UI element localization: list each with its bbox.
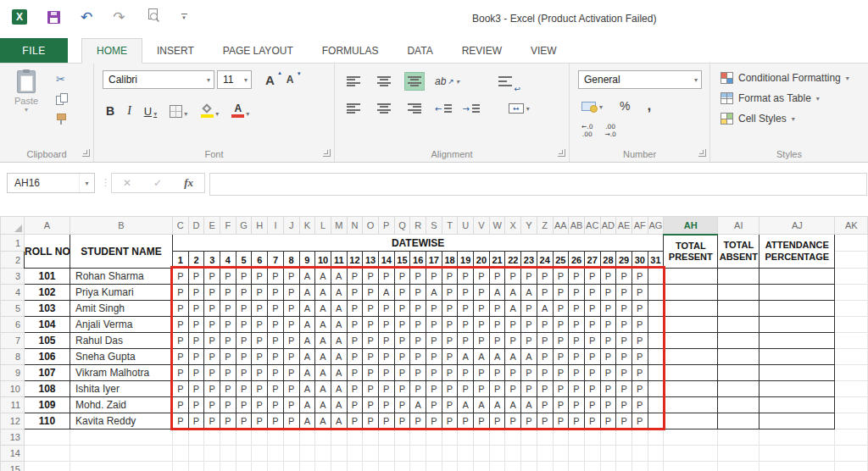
cell-V11[interactable]: A	[474, 397, 490, 413]
column-header-AC[interactable]: AC	[584, 217, 600, 235]
cell-U2[interactable]: 19	[458, 252, 474, 269]
cell-J2[interactable]: 8	[283, 252, 299, 269]
cell-J15[interactable]	[283, 462, 299, 471]
cell-AI3[interactable]	[718, 269, 760, 285]
cell-F5[interactable]: P	[220, 301, 236, 317]
cell-W4[interactable]: A	[489, 285, 505, 301]
cell-H4[interactable]: P	[252, 285, 268, 301]
cell-A7[interactable]: 105	[25, 333, 70, 349]
cell-P3[interactable]: P	[378, 269, 394, 285]
cell-J13[interactable]	[283, 429, 299, 446]
cell-E11[interactable]: P	[204, 397, 220, 413]
cell-L7[interactable]: A	[315, 333, 331, 349]
row-header-12[interactable]: 12	[1, 413, 25, 429]
cell-U10[interactable]: P	[458, 381, 474, 397]
cell-T10[interactable]: P	[442, 381, 458, 397]
cell-M9[interactable]: A	[331, 365, 347, 381]
cell-Q7[interactable]: P	[394, 333, 410, 349]
column-header-G[interactable]: G	[236, 217, 252, 235]
cell-C11[interactable]: P	[173, 397, 189, 413]
cell-D14[interactable]	[188, 446, 204, 462]
align-left-button[interactable]	[343, 99, 364, 118]
cell-AE10[interactable]: P	[616, 381, 632, 397]
cell-G5[interactable]: P	[236, 301, 252, 317]
cell-X10[interactable]: P	[505, 381, 521, 397]
cell-E7[interactable]: P	[204, 333, 220, 349]
cell-D15[interactable]	[188, 462, 204, 471]
column-header-Z[interactable]: Z	[537, 217, 553, 235]
cell-AB14[interactable]	[569, 446, 585, 462]
cell-AE2[interactable]: 29	[616, 252, 632, 269]
tab-data[interactable]: DATA	[392, 38, 447, 63]
cell-E3[interactable]: P	[204, 269, 220, 285]
cell-S4[interactable]: A	[426, 285, 442, 301]
cell-G2[interactable]: 5	[236, 252, 252, 269]
cell-S12[interactable]: P	[426, 413, 442, 429]
cell-AH14[interactable]	[664, 446, 718, 462]
cell-G8[interactable]: P	[236, 349, 252, 365]
cell-AB11[interactable]: P	[569, 397, 585, 413]
cell-P5[interactable]: P	[378, 301, 394, 317]
cell-J9[interactable]: P	[283, 365, 299, 381]
cell-AA13[interactable]	[553, 429, 569, 446]
cell-AA10[interactable]: P	[553, 381, 569, 397]
cell-C14[interactable]	[173, 446, 189, 462]
cell-U7[interactable]: P	[458, 333, 474, 349]
bottom-align-button[interactable]	[404, 72, 425, 91]
cell-U13[interactable]	[458, 429, 474, 446]
cell-AD10[interactable]: P	[600, 381, 616, 397]
cell-U12[interactable]: P	[458, 413, 474, 429]
cell-I13[interactable]	[268, 429, 284, 446]
cell-Y12[interactable]: P	[521, 413, 537, 429]
cell-X14[interactable]	[505, 446, 521, 462]
cell-L14[interactable]	[315, 446, 331, 462]
column-header-X[interactable]: X	[505, 217, 521, 235]
column-header-L[interactable]: L	[315, 217, 331, 235]
cell-AF4[interactable]: P	[632, 285, 648, 301]
cell-O12[interactable]: P	[363, 413, 379, 429]
cell-AF10[interactable]: P	[632, 381, 648, 397]
cell-Z12[interactable]: P	[537, 413, 553, 429]
cell-AK11[interactable]	[835, 397, 868, 413]
cell-V5[interactable]: P	[474, 301, 490, 317]
cell-S11[interactable]: P	[426, 397, 442, 413]
cell-C7[interactable]: P	[173, 333, 189, 349]
cell-D13[interactable]	[188, 429, 204, 446]
cell-X5[interactable]: A	[505, 301, 521, 317]
cell-AJ3[interactable]	[760, 269, 835, 285]
cell-H7[interactable]: P	[252, 333, 268, 349]
cell-Y6[interactable]: P	[521, 317, 537, 333]
cell-N11[interactable]: P	[347, 397, 363, 413]
grow-font-button[interactable]: A▴	[265, 73, 275, 87]
cell-AB8[interactable]: P	[569, 349, 585, 365]
cell-O4[interactable]: P	[363, 285, 379, 301]
cell-N15[interactable]	[347, 462, 363, 471]
cell-AB4[interactable]: P	[569, 285, 585, 301]
cell-AB2[interactable]: 26	[569, 252, 585, 269]
cell-B10[interactable]: Ishita Iyer	[70, 381, 173, 397]
cell-P7[interactable]: P	[378, 333, 394, 349]
cell-AJ7[interactable]	[760, 333, 835, 349]
cell-M11[interactable]: A	[331, 397, 347, 413]
cell-E5[interactable]: P	[204, 301, 220, 317]
cell-Q15[interactable]	[394, 462, 410, 471]
cell-AF2[interactable]: 30	[632, 252, 648, 269]
cell-Q13[interactable]	[394, 429, 410, 446]
cell-U14[interactable]	[458, 446, 474, 462]
cell-X4[interactable]: A	[505, 285, 521, 301]
header-cell-total-absent[interactable]: TOTAL ABSENT	[718, 235, 760, 269]
cell-D7[interactable]: P	[188, 333, 204, 349]
cell-C10[interactable]: P	[173, 381, 189, 397]
cell-R7[interactable]: P	[410, 333, 426, 349]
cell-X15[interactable]	[505, 462, 521, 471]
cell-I6[interactable]: P	[268, 317, 284, 333]
cell-AH8[interactable]	[664, 349, 718, 365]
cell-F4[interactable]: P	[220, 285, 236, 301]
row-header-13[interactable]: 13	[1, 429, 25, 446]
cell-AG11[interactable]	[648, 397, 664, 413]
cell-AE14[interactable]	[616, 446, 632, 462]
cell-AE13[interactable]	[616, 429, 632, 446]
cell-H10[interactable]: P	[252, 381, 268, 397]
cell-S6[interactable]: P	[426, 317, 442, 333]
cell-I7[interactable]: P	[268, 333, 284, 349]
